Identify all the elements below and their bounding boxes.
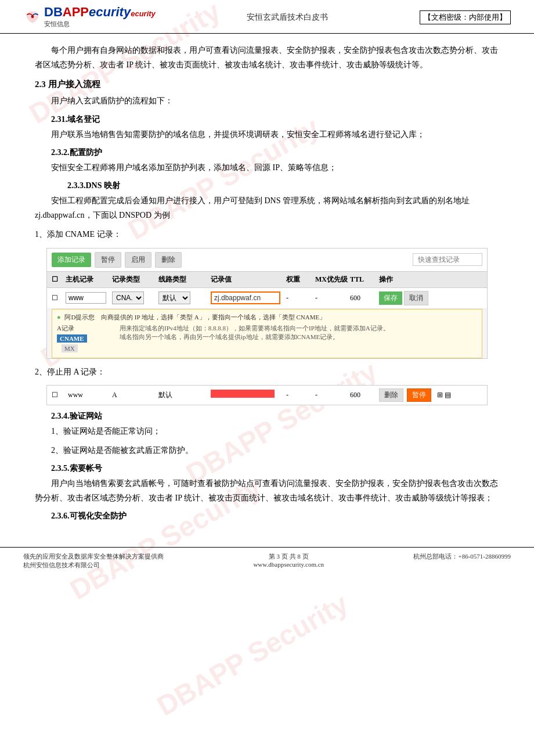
row2-value <box>211 390 286 400</box>
btn-pause[interactable]: 暂停 <box>95 252 121 268</box>
footer-page: 第 3 页 共 8 页 <box>253 552 324 561</box>
type-select[interactable]: CNA... A CNAME MX <box>112 291 144 304</box>
row-actions: 保存 取消 <box>379 291 482 305</box>
col-mx-header: MX优先级 <box>315 275 350 285</box>
btn-add-record[interactable]: 添加记录 <box>52 253 91 267</box>
tooltip-left: A记录 CNAME MX <box>57 324 115 354</box>
footer-left-1: 领先的应用安全及数据库安全整体解决方案提供商 <box>23 552 164 561</box>
logo-svg: DBAPPecurityecurity 安恒信息 <box>23 6 156 28</box>
line-select[interactable]: 默认 <box>158 291 190 304</box>
btn-delete[interactable]: 删除 <box>155 252 182 268</box>
mx-badge: MX <box>62 344 78 352</box>
section-233-title: 2.3.3.DNS 映射 <box>67 181 499 191</box>
section-234-title: 2.3.4.验证网站 <box>51 411 499 422</box>
tooltip-title: 阿D提示您 <box>64 314 95 321</box>
row-type: CNA... A CNAME MX <box>112 291 158 304</box>
tooltip-right: 用来指定域名的IPv4地址（如：8.8.8.8），如果需要将域名指向一个IP地址… <box>115 324 477 354</box>
row-weight: - <box>286 294 315 303</box>
row2-extra-icons: ⊞ ▤ <box>437 391 451 399</box>
row2-line: 默认 <box>158 390 211 400</box>
tooltip-grid: A记录 CNAME MX 用来指定域名的IPv4地址（如：8.8.8.8），如果… <box>57 324 477 354</box>
row2-mx: - <box>315 391 350 399</box>
table-row-2: ☐ www A 默认 - - 600 删除 暂停 ⊞ ▤ <box>47 386 487 405</box>
footer-left: 领先的应用安全及数据库安全整体解决方案提供商 杭州安恒信息技术有限公司 <box>23 552 164 570</box>
btn-save[interactable]: 保存 <box>379 291 402 305</box>
main-content: 每个用户拥有自身网站的数据和报表，用户可查看访问流量报表、安全防护报表，安全防护… <box>0 34 534 535</box>
section-235-title: 2.3.5.索要帐号 <box>51 463 499 474</box>
section-23-title: 2.3 用户接入流程 <box>35 79 499 90</box>
para-232: 安恒安全工程师将用户域名添加至防护列表，添加域名、回源 IP、策略等信息； <box>35 160 499 175</box>
footer-website: www.dbappsecurity.com.cn <box>253 561 324 568</box>
logo-text-group: DBAPPecurityecurity 安恒信息 <box>44 6 156 28</box>
header: DBAPPecurityecurity 安恒信息 安恒玄武盾技术白皮书 【文档密… <box>0 0 534 34</box>
col-type-header: 记录类型 <box>112 275 158 285</box>
tooltip-icon: ● <box>57 314 61 321</box>
tooltip-message: 向商提供的 IP 地址，选择「类型 A」，要指向一个域名，选择「类型 CNAME… <box>101 314 326 321</box>
btn-delete-row2[interactable]: 删除 <box>379 388 403 402</box>
row-host <box>66 292 112 304</box>
section-232-title: 2.3.2.配置防护 <box>51 147 499 158</box>
row2-actions: 删除 暂停 ⊞ ▤ <box>379 388 482 402</box>
table-row-1: ☐ CNA... A CNAME MX 默认 <box>47 288 487 309</box>
col-check-header: ☐ <box>52 275 66 284</box>
tooltip-item-cname: CNAME <box>57 334 115 343</box>
btn-cancel[interactable]: 取消 <box>404 291 428 305</box>
watermark-6: DBAPP Security <box>151 587 353 722</box>
para-235: 用户向当地销售索要玄武盾帐号，可随时查看被防护站点可查看访问流量报表、安全防护报… <box>35 476 499 505</box>
section-231-title: 2.31.域名登记 <box>51 114 499 125</box>
para-233-1: 安恒工程师配置完成后会通知用户进行接入，用户可登陆到 DNS 管理系统，将网站域… <box>35 193 499 222</box>
search-input[interactable] <box>413 253 482 266</box>
logo-area: DBAPPecurityecurity 安恒信息 <box>23 6 156 28</box>
row-check[interactable]: ☐ <box>52 294 66 303</box>
para1: 每个用户拥有自身网站的数据和报表，用户可查看访问流量报表、安全防护报表，安全防护… <box>35 43 499 72</box>
page-wrapper: DBAPP Security DBAPP Security DBAPP Secu… <box>0 0 534 756</box>
footer-phone: 杭州总部电话：+86-0571-28860999 <box>413 552 511 561</box>
section-236-title: 2.3.6.可视化安全防护 <box>51 511 499 521</box>
para-23: 用户纳入玄武盾防护的流程如下： <box>35 93 499 108</box>
a-record-label: A记录 <box>57 324 74 333</box>
footer: 领先的应用安全及数据库安全整体解决方案提供商 杭州安恒信息技术有限公司 第 3 … <box>0 547 534 574</box>
header-title: 安恒玄武盾技术白皮书 <box>247 12 328 23</box>
row2-check[interactable]: ☐ <box>52 391 66 399</box>
value-input[interactable] <box>211 291 280 304</box>
btn-enable[interactable]: 启用 <box>125 252 151 268</box>
tooltip-item-mx: MX <box>57 344 115 352</box>
logo-dbapp: DBAPPecurityecurity <box>44 5 156 19</box>
dns-toolbar: 添加记录 暂停 启用 删除 <box>47 249 487 272</box>
btn-stop-row2[interactable]: 暂停 <box>407 388 431 402</box>
para-233-2: 1、添加 CNAME 记录： <box>35 227 499 242</box>
tooltip-item-a: A记录 <box>57 324 115 333</box>
red-bar <box>211 390 275 398</box>
col-ttl-header: TTL <box>350 275 379 284</box>
para-234-2: 2、验证网站是否能被玄武盾正常防护。 <box>35 443 499 458</box>
row-value <box>211 291 286 304</box>
svg-point-0 <box>31 15 34 18</box>
col-action-header: 操作 <box>379 275 482 285</box>
row2-host: www <box>66 391 112 399</box>
footer-left-2: 杭州安恒信息技术有限公司 <box>23 561 164 570</box>
table-header: ☐ 主机记录 记录类型 线路类型 记录值 权重 MX优先级 TTL 操作 <box>47 272 487 288</box>
col-line-header: 线路类型 <box>158 275 211 285</box>
dns-screenshot-1: 添加记录 暂停 启用 删除 ☐ 主机记录 记录类型 线路类型 记录值 权重 MX… <box>46 248 488 359</box>
logo-bird-icon <box>23 9 42 26</box>
row2-weight: - <box>286 391 315 399</box>
host-input[interactable] <box>66 292 106 304</box>
tooltip-area: ● 阿D提示您 向商提供的 IP 地址，选择「类型 A」，要指向一个域名，选择「… <box>52 309 482 358</box>
header-classification: 【文档密级：内部使用】 <box>420 10 511 24</box>
tooltip-header: ● 阿D提示您 向商提供的 IP 地址，选择「类型 A」，要指向一个域名，选择「… <box>57 313 477 322</box>
footer-right: 杭州总部电话：+86-0571-28860999 <box>413 552 511 561</box>
row2-type: A <box>112 391 158 399</box>
row-line: 默认 <box>158 291 211 304</box>
row-mx: - <box>315 294 350 303</box>
dns-screenshot-2: ☐ www A 默认 - - 600 删除 暂停 ⊞ ▤ <box>46 385 488 405</box>
col-weight-header: 权重 <box>286 275 315 285</box>
para-234-1: 1、验证网站是否能正常访问； <box>35 424 499 438</box>
row-ttl: 600 <box>350 294 379 303</box>
footer-center: 第 3 页 共 8 页 www.dbappsecurity.com.cn <box>253 552 324 568</box>
col-host-header: 主机记录 <box>66 275 112 285</box>
logo-company: 安恒信息 <box>44 20 156 28</box>
row2-ttl: 600 <box>350 391 379 399</box>
col-value-header: 记录值 <box>211 275 286 285</box>
para-231: 用户联系当地销售告知需要防护的域名信息，并提供环境调研表，安恒安全工程师将域名进… <box>35 127 499 142</box>
cname-badge: CNAME <box>57 334 87 343</box>
